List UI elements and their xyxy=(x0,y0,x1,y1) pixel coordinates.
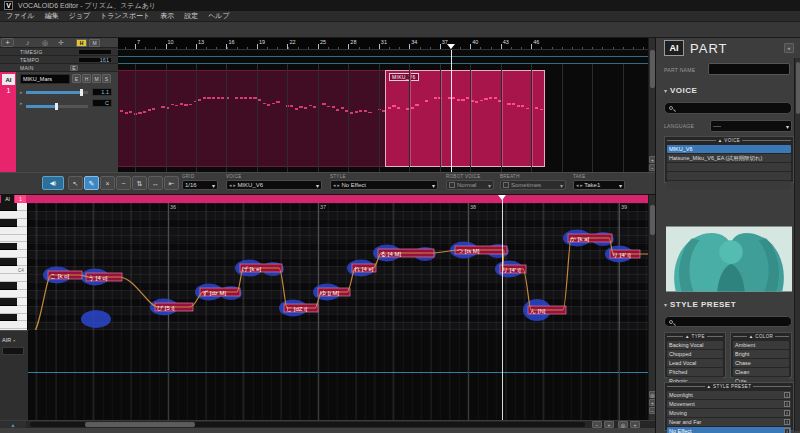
color-list-item[interactable]: Chase xyxy=(733,359,789,367)
menu-transport[interactable]: トランスポート xyxy=(100,11,150,21)
black-key[interactable] xyxy=(0,314,17,322)
timesig-value[interactable] xyxy=(78,49,112,55)
preset-list-item[interactable]: No Effecti xyxy=(667,427,791,433)
white-key[interactable] xyxy=(0,322,28,330)
voice-list-item[interactable]: Hatsune_Miku_V6_EA (試用期限切れ) xyxy=(667,154,791,162)
white-key[interactable] xyxy=(0,306,28,314)
preset-info-button[interactable]: i xyxy=(784,401,790,407)
menu-help[interactable]: ヘルプ xyxy=(208,11,230,21)
white-key[interactable] xyxy=(0,211,28,219)
menu-edit[interactable]: 編集 xyxy=(45,11,59,21)
global-mute-button[interactable]: M xyxy=(89,39,100,47)
white-key[interactable] xyxy=(0,227,28,235)
color-list-item[interactable]: Ambient xyxy=(733,341,789,349)
track-pan-slider[interactable] xyxy=(26,105,88,108)
pr-updown-tool[interactable]: ⇅ xyxy=(132,176,147,190)
circle-tool-icon[interactable]: ◎ xyxy=(42,39,48,47)
arrangement-grid[interactable]: MIKU_V6 xyxy=(118,50,648,172)
param-value-box[interactable] xyxy=(2,347,24,355)
preset-info-button[interactable]: i xyxy=(784,428,790,433)
chevron-down-icon[interactable]: ▾ xyxy=(664,87,667,94)
menu-settings[interactable]: 設定 xyxy=(184,11,198,21)
track-mute-button[interactable]: M xyxy=(92,74,101,83)
pr-erase-tool[interactable]: × xyxy=(100,176,115,190)
black-key[interactable] xyxy=(0,203,17,211)
pr-trim-tool[interactable]: ⇤ xyxy=(164,176,179,190)
pr-pencil-tool[interactable]: ✎ xyxy=(84,176,99,190)
pr-breath-dropdown[interactable]: Sometimes ▾ xyxy=(500,180,566,190)
param-selector[interactable]: AIR ▾ xyxy=(2,337,15,343)
preset-list-header[interactable]: ▲ STYLE PRESET xyxy=(707,384,752,389)
black-key[interactable] xyxy=(0,243,17,251)
black-key[interactable] xyxy=(0,298,17,306)
playhead-marker[interactable] xyxy=(498,195,506,200)
track-solo-button[interactable]: S xyxy=(102,74,111,83)
pr-take-dropdown[interactable]: ◂ ▸ Take1 ▾ xyxy=(573,180,625,190)
h-zoom-out-button[interactable]: − xyxy=(592,421,602,428)
pr-robot-dropdown[interactable]: Normal ▾ xyxy=(446,180,494,190)
global-hide-button[interactable]: H xyxy=(76,39,87,47)
piano-roll-vscrollbar[interactable]: ◎ + − xyxy=(648,195,655,420)
type-list-item[interactable]: Pitched xyxy=(667,368,723,376)
color-list-item[interactable]: Bright xyxy=(733,350,789,358)
pr-voice-dropdown[interactable]: ◂ ▸ MIKU_V6 ▾ xyxy=(226,180,322,190)
piano-keyboard[interactable]: C4 xyxy=(0,203,28,330)
voice-list-empty-row[interactable] xyxy=(667,163,791,171)
h-zoom-in-button[interactable]: + xyxy=(604,421,614,428)
part-name-input[interactable] xyxy=(708,63,790,75)
white-key[interactable] xyxy=(0,274,28,282)
preset-list-item[interactable]: Movementi xyxy=(667,400,791,408)
spin-left-icon[interactable]: ◂ xyxy=(576,182,579,188)
menu-view[interactable]: 表示 xyxy=(160,11,174,21)
breath-checkbox[interactable] xyxy=(503,182,509,188)
black-key[interactable] xyxy=(0,258,17,266)
pr-style-dropdown[interactable]: ◂ ▸ No Effect ▾ xyxy=(330,180,438,190)
track-volume-slider[interactable] xyxy=(26,91,88,94)
piano-roll-part-strip[interactable]: AI 1 xyxy=(0,195,648,203)
pr-grid-dropdown[interactable]: 1/16▾ xyxy=(182,180,218,190)
preset-list-item[interactable]: Movingi xyxy=(667,409,791,417)
white-key[interactable] xyxy=(0,250,28,258)
spin-right-icon[interactable]: ▸ xyxy=(337,182,340,188)
track-hide-button[interactable]: H xyxy=(82,74,91,83)
voice-section-header[interactable]: VOICE xyxy=(670,86,697,95)
spin-left-icon[interactable]: ◂ xyxy=(333,182,336,188)
cross-tool-icon[interactable]: ✛ xyxy=(58,39,64,47)
menu-job[interactable]: ジョブ xyxy=(69,11,91,21)
language-dropdown[interactable]: ----▾ xyxy=(710,120,792,132)
style-preset-section-header[interactable]: STYLE PRESET xyxy=(670,300,736,309)
preview-speaker-button[interactable]: ◀) xyxy=(42,176,64,190)
pr-curve-tool[interactable]: ~ xyxy=(116,176,131,190)
pr-stretch-tool[interactable]: ↔ xyxy=(148,176,163,190)
black-key[interactable] xyxy=(0,219,17,227)
spin-left-icon[interactable]: ◂ xyxy=(229,182,232,188)
voice-list-item[interactable]: MIKU_V6 xyxy=(667,145,791,153)
color-list-item[interactable]: Clean xyxy=(733,368,789,376)
spin-right-icon[interactable]: ▸ xyxy=(233,182,236,188)
preset-list-item[interactable]: Near and Fari xyxy=(667,418,791,426)
preset-list-item[interactable]: Moonlighti xyxy=(667,391,791,399)
robot-checkbox[interactable] xyxy=(449,182,455,188)
playhead-line[interactable] xyxy=(502,195,503,420)
black-key[interactable] xyxy=(0,282,17,290)
menu-file[interactable]: ファイル xyxy=(6,11,35,21)
type-list-item[interactable]: Chopped xyxy=(667,350,723,358)
horizontal-scrollbar[interactable] xyxy=(30,422,585,427)
note-tool-icon[interactable]: ♪ xyxy=(26,39,30,46)
track-name-field[interactable]: MIKU_Mars xyxy=(20,74,70,84)
arrangement-vscrollbar[interactable]: + − xyxy=(648,38,655,172)
white-key[interactable] xyxy=(0,235,28,243)
preset-info-button[interactable]: i xyxy=(784,410,790,416)
arrangement-ruler[interactable]: 710131619222528313437404346 xyxy=(118,38,648,50)
param-lane[interactable] xyxy=(28,330,648,420)
panel-scrollbar[interactable] xyxy=(794,58,800,431)
voice-list-empty-row[interactable] xyxy=(667,181,791,189)
panel-collapse-button[interactable]: « xyxy=(784,43,794,53)
type-list-header[interactable]: ▲ TYPE xyxy=(685,334,705,339)
add-track-button[interactable]: + xyxy=(1,38,14,47)
song-part[interactable] xyxy=(118,70,385,167)
type-list-item[interactable]: Backing Vocal xyxy=(667,341,723,349)
voice-list-empty-row[interactable] xyxy=(667,172,791,180)
spin-right-icon[interactable]: ▸ xyxy=(580,182,583,188)
arrangement-playhead-marker[interactable] xyxy=(447,44,455,49)
